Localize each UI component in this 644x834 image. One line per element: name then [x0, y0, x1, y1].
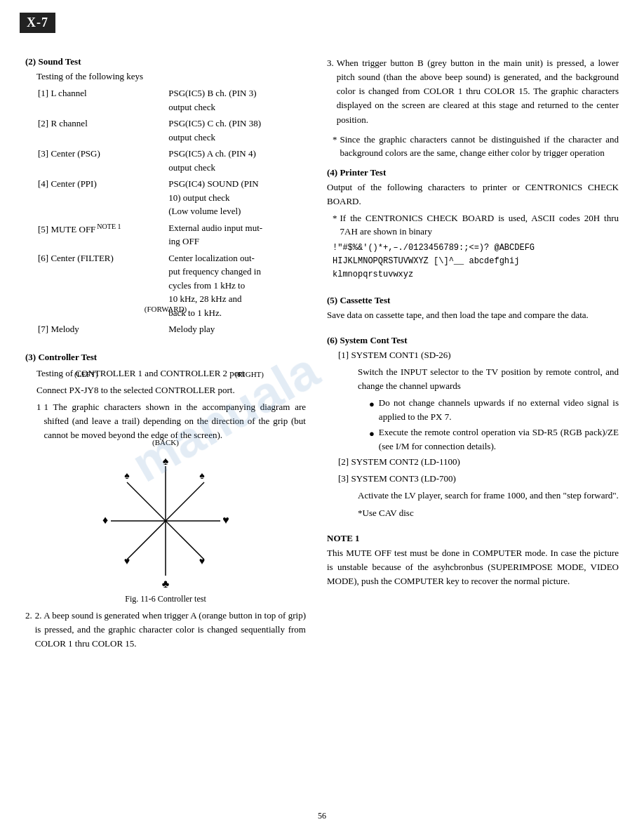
label-back: (BACK): [152, 438, 179, 446]
controller-para2: Connect PX-JY8 to the selected CONTROLLE…: [25, 383, 306, 397]
svg-line-7: [166, 521, 204, 560]
cassette-test-section: (5) Cassette Test Save data on cassette …: [327, 295, 619, 322]
table-row: [7] Melody Melody play: [38, 322, 302, 338]
system-item1: [1] SYSTEM CONT1 (SD-26) Switch the INPU…: [327, 348, 619, 520]
item-number: 2.: [25, 609, 32, 651]
system-item3-note: *Use CAV disc: [338, 506, 619, 520]
key-label: [3] Center (PSG): [38, 147, 167, 176]
table-row: [3] Center (PSG) PSG(IC5) A ch. (PIN 4)o…: [38, 147, 302, 176]
system-item3-para: Activate the LV player, search for frame…: [338, 489, 619, 503]
trigger-b-item: 3. When trigger button B (grey button in…: [327, 56, 619, 127]
item-text: 2. A beep sound is generated when trigge…: [35, 609, 306, 651]
table-row: [4] Center (PPI) PSG(IC4) SOUND (PIN10) …: [38, 177, 302, 220]
system-item1-title: [1] SYSTEM CONT1 (SD-26): [338, 348, 619, 362]
controller-item2: 2. 2. A beep sound is generated when tri…: [25, 609, 306, 651]
svg-text:♣: ♣: [162, 578, 170, 590]
system-cont-test-section: (6) System Cont Test [1] SYSTEM CONT1 (S…: [327, 335, 619, 520]
controller-item1: 1 1 The graphic characters shown in the …: [25, 400, 306, 442]
printer-test-title: (4) Printer Test: [327, 167, 619, 178]
ascii-line2: HIJKLMNOPQRSTUVWXYZ [\]^__ abcdefghij: [333, 255, 619, 268]
svg-text:♥: ♥: [124, 556, 130, 567]
bullet-text: Do not change channels upwards if no ext…: [379, 396, 619, 423]
key-label: [2] R channel: [38, 117, 167, 145]
ascii-line1: !"#$%&'()*+,–./0123456789:;<=)? @ABCDEFG: [333, 241, 619, 255]
star-icon: *: [333, 211, 337, 239]
ascii-block: !"#$%&'()*+,–./0123456789:;<=)? @ABCDEFG…: [333, 241, 619, 282]
printer-test-section: (4) Printer Test Output of the following…: [327, 167, 619, 282]
page-badge: X-7: [20, 13, 55, 33]
key-label: [7] Melody: [38, 322, 167, 338]
label-forward: (FORWARD): [145, 305, 187, 313]
svg-text:♠: ♠: [124, 470, 130, 481]
key-desc: PSG(IC5) A ch. (PIN 4)output check: [168, 147, 302, 176]
svg-line-6: [127, 521, 166, 560]
svg-text:♥: ♥: [199, 556, 205, 567]
left-column: (2) Sound Test Testing of the following …: [25, 56, 320, 664]
system-item3-title: [3] SYSTEM CONT3 (LD-700): [338, 472, 619, 486]
item-text: When trigger button B (grey button in th…: [337, 56, 619, 127]
bullet-icon: ●: [369, 427, 375, 453]
star-note-2: * If the CENTRONICS CHECK BOARD is used,…: [333, 211, 619, 239]
right-column: 3. When trigger button B (grey button in…: [320, 56, 619, 664]
fig-caption: Fig. 11-6 Controller test: [125, 594, 206, 604]
controller-diagram: ♠ ♣ ♦ ♥ ♠ ♠ ♥ ♥: [25, 451, 306, 604]
item-number: 1: [36, 400, 41, 442]
system-cont-title: (6) System Cont Test: [327, 335, 619, 346]
key-desc: PSG(IC5) C ch. (PIN 38)output check: [168, 117, 302, 145]
star-text: If the CENTRONICS CHECK BOARD is used, A…: [340, 211, 619, 239]
page-number: 56: [318, 811, 326, 821]
diagram-area: ♠ ♣ ♦ ♥ ♠ ♠ ♥ ♥: [95, 451, 236, 591]
key-desc: Center localization out-put frequency ch…: [168, 251, 302, 322]
key-label: [5] MUTE OFFNOTE 1: [38, 221, 167, 250]
key-desc: PSG(IC5) B ch. (PIN 3)output check: [168, 86, 302, 115]
controller-para1: Testing of CONTROLLER 1 and CONTROLLER 2…: [25, 366, 306, 380]
system-item2-title: [2] SYSTEM CONT2 (LD-1100): [338, 455, 619, 469]
svg-line-5: [166, 482, 204, 521]
note-label: NOTE 1: [97, 223, 121, 230]
star-text: Since the graphic characters cannot be d…: [340, 133, 619, 160]
note1-text: This MUTE OFF test must be done in COMPU…: [327, 546, 619, 588]
diagram-svg: ♠ ♣ ♦ ♥ ♠ ♠ ♥ ♥: [95, 451, 236, 591]
sound-test-intro: Testing of the following keys: [25, 71, 306, 82]
bullet-icon: ●: [369, 397, 375, 423]
controller-test-section: (3) Controller Test Testing of CONTROLLE…: [25, 352, 306, 651]
printer-para: Output of the following characters to pr…: [327, 180, 619, 208]
key-label: [1] L channel: [38, 86, 167, 115]
controller-test-title: (3) Controller Test: [25, 352, 306, 363]
system-item1-para: Switch the INPUT selector to the TV posi…: [338, 365, 619, 393]
note1-title: NOTE 1: [327, 533, 619, 544]
svg-text:♦: ♦: [102, 514, 108, 526]
key-desc: PSG(IC4) SOUND (PIN10) output check(Low …: [168, 177, 302, 220]
note1-block: NOTE 1 This MUTE OFF test must be done i…: [327, 533, 619, 588]
sound-test-section: (2) Sound Test Testing of the following …: [25, 56, 306, 339]
star-icon: *: [333, 133, 337, 160]
table-row: [1] L channel PSG(IC5) B ch. (PIN 3)outp…: [38, 86, 302, 115]
label-right: (RIGHT): [235, 370, 264, 378]
cassette-test-title: (5) Cassette Test: [327, 295, 619, 306]
svg-text:♠: ♠: [199, 470, 205, 481]
svg-line-4: [127, 482, 166, 521]
ascii-line3: klmnopqrstuvwxyz: [333, 268, 619, 282]
key-desc: External audio input mut-ing OFF: [168, 221, 302, 250]
table-row: [5] MUTE OFFNOTE 1 External audio input …: [38, 221, 302, 250]
bullet-item-2: ● Execute the remote control operation v…: [349, 425, 619, 453]
key-desc: Melody play: [168, 322, 302, 338]
sound-test-title: (2) Sound Test: [25, 56, 306, 67]
star-note-1: * Since the graphic characters cannot be…: [333, 133, 619, 160]
key-table: [1] L channel PSG(IC5) B ch. (PIN 3)outp…: [36, 85, 303, 339]
item-number: 3.: [327, 56, 334, 127]
bullet-text: Execute the remote control operation via…: [379, 425, 619, 453]
bullet-item-1: ● Do not change channels upwards if no e…: [349, 396, 619, 423]
item-text: 1 The graphic characters shown in the ac…: [44, 400, 307, 442]
label-left: (LEFT): [74, 370, 98, 378]
key-label: [4] Center (PPI): [38, 177, 167, 220]
svg-text:♥: ♥: [222, 514, 229, 526]
cassette-para: Save data on cassette tape, and then loa…: [327, 308, 619, 322]
table-row: [2] R channel PSG(IC5) C ch. (PIN 38)out…: [38, 117, 302, 145]
svg-text:♠: ♠: [163, 455, 169, 467]
